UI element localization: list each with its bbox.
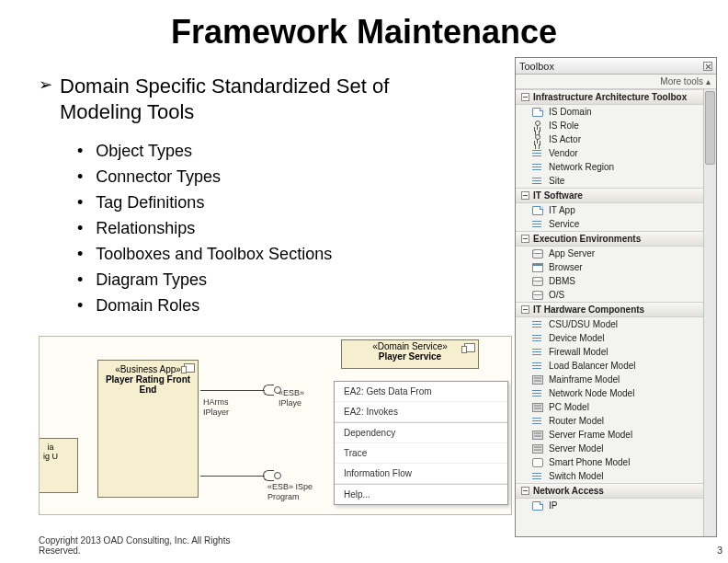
dot-icon: •: [77, 215, 83, 241]
toolbox-item-label: Site: [549, 176, 564, 186]
rack-icon: [532, 403, 543, 412]
toolbox-item[interactable]: Server Model: [516, 442, 703, 455]
toolbox-section-header[interactable]: Infrastructure Architecture Toolbox: [516, 89, 703, 105]
bars-icon: [532, 334, 543, 343]
toolbox-item[interactable]: Site: [516, 174, 703, 188]
toolbox-item[interactable]: IS Domain: [516, 105, 703, 119]
collapse-icon[interactable]: [521, 191, 529, 200]
bars-icon: [532, 348, 543, 357]
toolbox-item[interactable]: IS Role: [516, 119, 703, 132]
actor-icon: [532, 121, 543, 131]
context-menu-item[interactable]: EA2: Invokes: [335, 402, 507, 422]
list-item-label: Relationships: [96, 215, 195, 241]
toolbox-item[interactable]: PC Model: [516, 400, 703, 414]
more-tools-link[interactable]: More tools ▴: [516, 75, 716, 89]
dot-icon: •: [77, 267, 83, 293]
context-menu-item[interactable]: Help...: [335, 485, 507, 504]
partial-text-1: ia: [39, 442, 75, 452]
page-icon: [532, 108, 543, 117]
toolbox-item-label: Device Model: [549, 333, 605, 343]
toolbox-item[interactable]: Network Region: [516, 160, 703, 174]
toolbox-item[interactable]: App Server: [516, 247, 703, 260]
toolbox-titlebar[interactable]: Toolbox: [516, 58, 716, 75]
toolbox-item[interactable]: DBMS: [516, 274, 703, 288]
toolbox-item-label: Server Model: [549, 443, 603, 454]
toolbox-item-label: Vendor: [549, 148, 578, 158]
interface-connector-2: [200, 470, 292, 483]
collapse-icon[interactable]: [521, 93, 529, 101]
scrollbar[interactable]: [703, 89, 716, 536]
toolbox-item-label: IS Role: [549, 121, 579, 131]
rack-icon: [532, 444, 543, 454]
context-menu-item[interactable]: EA2: Gets Data From: [335, 382, 507, 402]
close-icon[interactable]: [703, 62, 712, 71]
toolbox-item[interactable]: Switch Model: [516, 469, 703, 483]
toolbox-section-header[interactable]: Network Access: [516, 483, 703, 499]
toolbox-item[interactable]: IS Actor: [516, 132, 703, 146]
toolbox-item-label: CSU/DSU Model: [549, 319, 618, 329]
toolbox-item[interactable]: Browser: [516, 260, 703, 274]
bars-icon: [532, 177, 543, 186]
toolbox-section-header[interactable]: IT Hardware Components: [516, 302, 703, 317]
page-icon: [532, 501, 543, 511]
toolbox-item-label: IT App: [549, 205, 575, 215]
toolbox-item[interactable]: Server Frame Model: [516, 428, 703, 442]
scrollbar-thumb[interactable]: [705, 91, 715, 165]
db-icon: [532, 291, 543, 300]
context-menu[interactable]: EA2: Gets Data From EA2: Invokes Depende…: [334, 381, 508, 505]
toolbox-item[interactable]: Device Model: [516, 331, 703, 345]
toolbox-item-label: Network Region: [549, 162, 614, 172]
iface-esb-name-1: IPlaye: [279, 398, 301, 408]
toolbox-item[interactable]: O/S: [516, 288, 703, 302]
list-item-label: Toolboxes and Toolbox Sections: [96, 241, 332, 267]
toolbox-item[interactable]: Firewall Model: [516, 345, 703, 359]
bars-icon: [532, 472, 543, 481]
toolbox-item-label: Mainframe Model: [549, 374, 620, 385]
stereotype-label: «Domain Service»: [342, 341, 478, 351]
rack-icon: [532, 375, 543, 385]
collapse-icon[interactable]: [521, 487, 529, 495]
toolbox-section-header[interactable]: IT Software: [516, 188, 703, 203]
context-menu-item[interactable]: Information Flow: [335, 464, 507, 484]
toolbox-item-label: Browser: [549, 262, 583, 272]
toolbox-item[interactable]: Smart Phone Model: [516, 455, 703, 469]
toolbox-item[interactable]: IP: [516, 499, 703, 512]
dot-icon: •: [77, 164, 83, 190]
toolbox-item[interactable]: IT App: [516, 203, 703, 217]
context-menu-item[interactable]: Trace: [335, 443, 507, 464]
section-header-label: Network Access: [533, 486, 604, 496]
toolbox-item[interactable]: Load Balancer Model: [516, 359, 703, 373]
uml-diagram: ia ig U «Business App» Player Rating Fro…: [39, 336, 512, 515]
triangle-bullet-icon: ➢: [39, 74, 52, 96]
toolbox-panel[interactable]: Toolbox More tools ▴ Infrastructure Arch…: [515, 57, 717, 537]
db-icon: [532, 249, 543, 259]
toolbox-item[interactable]: CSU/DSU Model: [516, 317, 703, 331]
toolbox-item-label: O/S: [549, 290, 564, 300]
toolbox-item-label: Firewall Model: [549, 347, 608, 357]
iface-player-label: IPlayer: [203, 408, 229, 417]
toolbox-item[interactable]: Mainframe Model: [516, 373, 703, 386]
toolbox-item[interactable]: Router Model: [516, 414, 703, 428]
toolbox-item-label: Load Balancer Model: [549, 361, 636, 371]
context-menu-item[interactable]: Dependency: [335, 423, 507, 443]
list-item-label: Tag Definitions: [96, 190, 204, 215]
more-tools-label: More tools: [660, 76, 703, 86]
list-item-label: Connector Types: [96, 164, 221, 190]
window-icon: [532, 263, 543, 272]
toolbox-item[interactable]: Service: [516, 217, 703, 231]
iface-esb-stereo-2: «ESB» ISpe: [267, 482, 313, 491]
toolbox-item[interactable]: Network Node Model: [516, 386, 703, 400]
collapse-icon[interactable]: [521, 305, 529, 314]
toolbox-item-label: Switch Model: [549, 471, 603, 481]
toolbox-item[interactable]: Vendor: [516, 146, 703, 160]
bars-icon: [532, 389, 543, 398]
box-name: Player Service: [379, 351, 441, 362]
bars-icon: [532, 149, 543, 158]
iface-esb-stereo-1: «ESB»: [279, 388, 304, 397]
dot-icon: •: [77, 241, 83, 267]
rack-icon: [532, 431, 543, 440]
collapse-icon[interactable]: [521, 235, 529, 243]
toolbox-section-header[interactable]: Execution Environments: [516, 231, 703, 247]
toolbox-item-label: Server Frame Model: [549, 430, 632, 440]
list-item-label: Object Types: [96, 138, 192, 164]
